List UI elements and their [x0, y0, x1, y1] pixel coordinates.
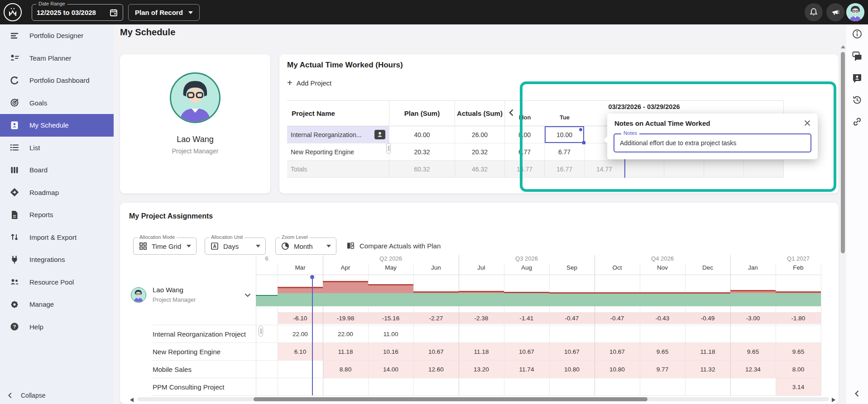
month-label: Jun [413, 264, 459, 273]
assignment-cell[interactable]: 10.80 [550, 361, 595, 378]
app-logo-icon[interactable] [4, 3, 22, 21]
day-cell[interactable]: 6.77 [545, 143, 585, 160]
info-icon[interactable] [852, 29, 863, 39]
assignment-cell[interactable]: 11.74 [504, 361, 549, 378]
assignment-cell[interactable]: 13.20 [459, 361, 504, 378]
profile-name: Lao Wang [120, 135, 270, 144]
assignment-cell[interactable]: 11.18 [459, 343, 504, 360]
link-icon[interactable] [852, 116, 863, 127]
assignment-cell[interactable]: 10.67 [595, 343, 640, 360]
assignment-cell[interactable]: 11.00 [369, 325, 413, 342]
sidebar-item-list[interactable]: List [0, 137, 114, 159]
sidebar-item-board[interactable]: Board [0, 159, 114, 181]
sidebar-item-resource-pool[interactable]: Resource Pool [0, 271, 114, 294]
sidebar-item-reports[interactable]: Reports [0, 204, 114, 226]
sidebar-collapse-button[interactable]: Collapse [6, 391, 45, 399]
col-plan-sum: Plan (Sum) [389, 101, 455, 126]
assignment-cell[interactable]: 9.77 [640, 361, 685, 378]
manage-icon [10, 299, 19, 309]
vscroll-thumb[interactable] [841, 52, 845, 253]
assignment-cell[interactable]: 10.67 [414, 343, 459, 360]
sidebar-item-roadmap[interactable]: Roadmap [0, 181, 114, 204]
hscroll-left-arrow[interactable] [130, 398, 134, 402]
assignment-cell[interactable]: 10.67 [550, 343, 595, 360]
sidebar-item-team-planner[interactable]: Team Planner [0, 47, 114, 70]
plan-sum-cell: 20.32 [389, 143, 455, 160]
assignment-cell[interactable]: 10.67 [504, 343, 549, 360]
notifications-button[interactable] [805, 3, 823, 21]
quarter-label: Q3 2026 [459, 255, 595, 262]
compare-actuals-button[interactable]: Compare Actuals with Plan [346, 241, 441, 250]
assignment-cell[interactable]: 6.10 [278, 343, 323, 360]
assignment-cell[interactable]: 9.65 [776, 343, 821, 360]
note-indicator-icon[interactable] [374, 130, 385, 139]
delta-cell: -3.00 [731, 312, 776, 324]
assignment-cell[interactable]: 11.18 [686, 343, 730, 360]
day-cell[interactable]: 8.00 [505, 126, 545, 143]
day-cell[interactable]: 6.77 [505, 143, 545, 160]
collapse-panel-chevron[interactable] [853, 389, 862, 398]
col-project-name: Project Name [287, 101, 389, 126]
notes-input[interactable] [614, 134, 810, 152]
add-project-button[interactable]: + Add Project [287, 79, 331, 87]
assignment-row-label[interactable]: Internal Reorganization Project [153, 325, 255, 342]
assignment-cell[interactable]: 9.65 [731, 343, 776, 360]
filter-allocation-mode[interactable]: Allocation ModeTime Grid [133, 238, 197, 255]
gantt-column-resize-handle[interactable] [259, 326, 263, 337]
assignment-cell[interactable]: 8.00 [776, 361, 821, 378]
quarter-label: Q2 2026 [323, 255, 459, 262]
user-avatar[interactable] [846, 3, 864, 21]
sidebar-item-integrations[interactable]: Integrations [0, 248, 114, 271]
assignment-cell[interactable]: 9.65 [640, 343, 685, 360]
assignment-cell[interactable]: 12.60 [414, 361, 459, 378]
roadmap-icon [10, 187, 19, 197]
assignment-cell[interactable]: 11.18 [323, 343, 368, 360]
month-label: Jul [459, 264, 504, 273]
project-name-cell[interactable]: New Reporting Engine [287, 143, 389, 160]
assignment-row-label[interactable]: Mobile Sales [153, 361, 255, 378]
assignment-cell[interactable]: 8.80 [323, 361, 368, 378]
sidebar-item-import-export[interactable]: Import & Export [0, 226, 114, 249]
history-icon[interactable] [852, 95, 863, 105]
assignment-cell[interactable]: 11.32 [686, 361, 730, 378]
assignment-cell[interactable]: 10.16 [369, 343, 413, 360]
sidebar-item-label: Import & Export [29, 233, 77, 241]
sidebar-item-label: Resource Pool [29, 278, 74, 286]
sidebar-item-portfolio-dashboard[interactable]: Portfolio Dashboard [0, 69, 114, 92]
hscroll-thumb[interactable] [254, 397, 647, 401]
assignment-cell[interactable]: 22.00 [323, 325, 368, 342]
board-icon [10, 165, 19, 175]
vscroll-up-arrow[interactable] [841, 45, 845, 48]
overload-area [549, 292, 595, 294]
chevron-down-icon [326, 245, 331, 247]
close-icon[interactable] [803, 119, 812, 128]
assignment-cell[interactable]: 10.80 [595, 361, 640, 378]
hscroll-right-arrow[interactable] [832, 398, 835, 402]
sidebar-item-manage[interactable]: Manage [0, 293, 114, 316]
filter-zoom-level[interactable]: Zoom LevelMonth [275, 238, 336, 255]
overload-area [776, 291, 821, 293]
expand-person-chevron[interactable] [243, 290, 252, 299]
project-name-cell[interactable]: Internal Reorganization... [287, 126, 389, 143]
assignment-cell[interactable]: 14.00 [369, 361, 413, 378]
sidebar-item-help[interactable]: ?Help [0, 316, 114, 338]
comments-icon[interactable] [852, 51, 863, 62]
date-range-picker[interactable]: Date Range 12/2025 to 03/2028 [32, 4, 123, 21]
actuals-sum-cell: 26.00 [455, 126, 505, 143]
sidebar-item-goals[interactable]: Goals [0, 92, 114, 114]
contact-note-icon[interactable] [852, 72, 863, 83]
assignment-row-label[interactable]: New Reporting Engine [153, 343, 255, 360]
sidebar-item-portfolio-designer[interactable]: Portfolio Designer [0, 24, 114, 47]
project-name-cell[interactable]: Totals [287, 161, 389, 177]
announcements-button[interactable] [826, 3, 844, 21]
column-resize-handle[interactable] [386, 143, 391, 154]
scenario-selector[interactable]: Plan of Record [128, 4, 200, 21]
assignment-cell[interactable]: 12.34 [731, 361, 776, 378]
day-cell[interactable]: 10.00 [545, 126, 585, 143]
svg-text:?: ? [13, 324, 16, 329]
assignment-cell[interactable]: 22.00 [278, 325, 323, 342]
sidebar-item-my-schedule[interactable]: My Schedule [0, 114, 114, 137]
assignment-cell[interactable]: 3.14 [776, 378, 821, 395]
assignment-row-label[interactable]: PPM Consulting Project [153, 378, 255, 395]
filter-allocation-unit[interactable]: Allocation UnitADays [205, 238, 266, 255]
